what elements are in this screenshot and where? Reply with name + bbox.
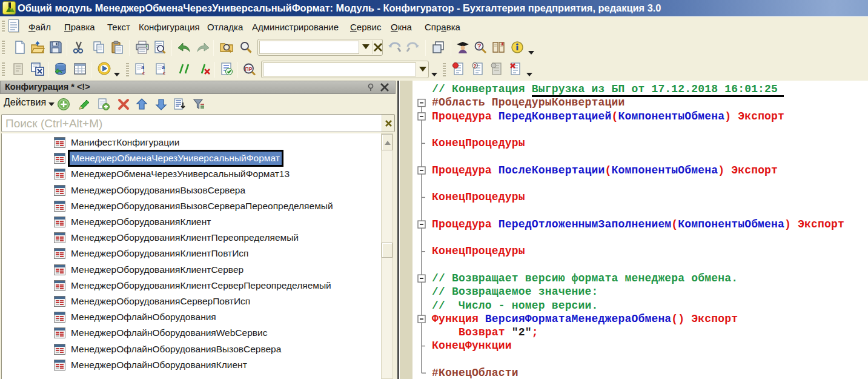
svg-text:?: ? — [473, 63, 477, 69]
svg-text:c: c — [163, 70, 165, 76]
svg-text:ПР: ПР — [245, 66, 253, 72]
svg-text:c: c — [142, 70, 145, 76]
svg-text:?: ? — [477, 42, 482, 50]
